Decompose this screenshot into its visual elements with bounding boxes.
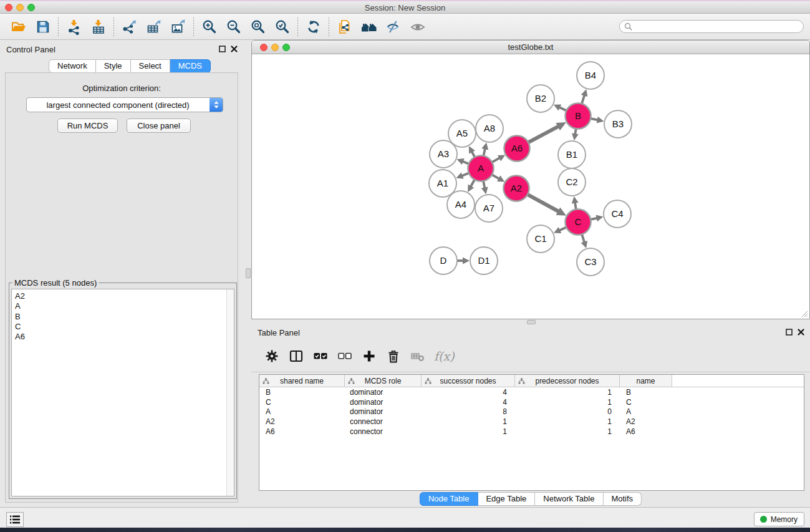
column-header-mcds-role[interactable]: MCDS role [345, 375, 422, 387]
criterion-dropdown[interactable]: largest connected component (directed) [26, 97, 223, 112]
tab-style[interactable]: Style [96, 59, 131, 73]
cell-name: A2 [620, 417, 672, 426]
column-header-name[interactable]: name [620, 375, 672, 387]
import-network-icon [66, 19, 82, 35]
cell-predecessor-nodes: 1 [515, 398, 620, 407]
cell-MCDS-role: dominator [345, 407, 422, 416]
graph-edge-A6-B[interactable] [527, 127, 558, 143]
float-panel-icon[interactable] [219, 46, 226, 52]
open-session-button[interactable] [6, 16, 31, 38]
import-table-button[interactable] [86, 16, 110, 38]
network-close-button[interactable] [260, 44, 268, 51]
attribute-tree-icon [518, 378, 525, 384]
resize-grip-icon[interactable] [800, 309, 808, 317]
mcds-result-list[interactable]: A2ABCA6 [11, 289, 234, 496]
network-minimize-button[interactable] [271, 44, 279, 51]
copy-network-icon [337, 19, 353, 35]
graph-edge-A2-C[interactable] [526, 194, 559, 211]
graph-node-label: D1 [478, 255, 489, 266]
import-network-button[interactable] [62, 16, 86, 38]
cell-predecessor-nodes: 1 [515, 388, 620, 397]
search-field[interactable] [619, 20, 804, 33]
control-panel: Control Panel NetworkStyleSelectMCDS Opt… [0, 40, 243, 507]
graph-node-label: A2 [511, 183, 522, 193]
network-zoom-button[interactable] [282, 44, 290, 51]
fx-icon: f(x) [434, 349, 455, 363]
mcds-result-item[interactable]: B [15, 312, 234, 322]
graph-edge-arrowhead [572, 133, 579, 141]
zoom-in-icon [201, 19, 218, 35]
export-image-button[interactable] [166, 16, 190, 38]
table-settings-button[interactable] [264, 348, 280, 364]
table-row[interactable]: Cdominator41C [259, 397, 804, 407]
toolbar-separator [113, 17, 114, 36]
save-session-button[interactable] [31, 16, 55, 38]
mcds-result-item[interactable]: A [15, 301, 234, 311]
tab-edge-table[interactable]: Edge Table [478, 492, 535, 506]
zoom-fit-button[interactable] [246, 16, 270, 38]
columns-icon [289, 349, 304, 364]
network-window-titlebar[interactable]: testGlobe.txt [252, 41, 809, 54]
cell-MCDS-role: dominator [345, 398, 422, 407]
tab-motifs[interactable]: Motifs [603, 492, 642, 506]
application-window: Session: New Session [0, 0, 810, 532]
memory-label: Memory [771, 515, 798, 524]
apply-function-button[interactable]: f(x) [434, 348, 455, 364]
close-panel-icon[interactable] [231, 46, 238, 52]
column-header-successor-nodes[interactable]: successor nodes [422, 375, 515, 387]
column-header-shared-name[interactable]: shared name [259, 375, 345, 387]
table-row[interactable]: Bdominator41B [259, 387, 804, 397]
table-row[interactable]: A2connector11A2 [259, 417, 804, 427]
close-panel-icon[interactable] [798, 329, 804, 336]
vertical-splitter-handle[interactable] [246, 268, 251, 278]
node-table[interactable]: shared name MCDS role [259, 374, 804, 491]
network-canvas[interactable]: AA1A2A3A4A5A6A7A8BB1B2B3B4CC1C2C3C4DD1 [252, 55, 809, 319]
zoom-out-button[interactable] [221, 16, 246, 38]
mcds-panel: Optimization criterion: largest connecte… [5, 72, 238, 503]
zoom-selected-button[interactable] [270, 16, 294, 38]
graph-edge-arrowhead [481, 143, 488, 150]
float-panel-icon[interactable] [786, 329, 793, 336]
hide-details-button[interactable] [381, 16, 405, 38]
delete-table-button[interactable] [410, 348, 426, 364]
run-mcds-button[interactable]: Run MCDS [57, 118, 118, 133]
mcds-result-item[interactable]: A6 [15, 332, 234, 342]
tab-select[interactable]: Select [131, 59, 170, 73]
refresh-view-button[interactable] [301, 16, 325, 38]
tab-network[interactable]: Network [49, 59, 96, 73]
graph-node-label: D [440, 255, 447, 266]
graph-node-label: A4 [455, 199, 466, 210]
zoom-in-button[interactable] [197, 16, 221, 38]
copy-network-button[interactable] [332, 16, 357, 38]
unchecked-boxes-icon [337, 349, 352, 364]
mcds-result-item[interactable]: C [15, 322, 234, 332]
table-row[interactable]: A6connector11A6 [259, 427, 804, 437]
table-panel-title: Table Panel [258, 328, 300, 337]
export-table-icon [146, 19, 162, 35]
result-scrollbar[interactable] [226, 289, 234, 496]
select-all-button[interactable] [312, 348, 329, 364]
close-panel-button[interactable]: Close panel [127, 118, 191, 133]
tab-network-table[interactable]: Network Table [535, 492, 603, 506]
task-history-button[interactable] [6, 512, 24, 527]
show-columns-button[interactable] [288, 348, 304, 364]
houses-icon [360, 19, 378, 35]
home-button[interactable] [357, 16, 381, 38]
memory-button[interactable]: Memory [754, 512, 804, 526]
cell-name: A6 [620, 427, 672, 436]
tab-mcds[interactable]: MCDS [170, 59, 211, 73]
show-details-button[interactable] [405, 16, 430, 38]
open-folder-icon [11, 19, 27, 35]
search-input[interactable] [635, 22, 799, 31]
deselect-all-button[interactable] [337, 348, 353, 364]
delete-column-button[interactable] [385, 348, 402, 364]
mcds-result-item[interactable]: A2 [15, 291, 234, 301]
graph-node-label: B [575, 110, 581, 121]
graph-node-label: A1 [437, 178, 448, 188]
tab-node-table[interactable]: Node Table [420, 492, 478, 506]
export-table-button[interactable] [142, 16, 166, 38]
add-column-button[interactable] [361, 348, 377, 364]
export-network-button[interactable] [117, 16, 142, 38]
table-row[interactable]: Adominator80A [259, 407, 804, 417]
column-header-predecessor-nodes[interactable]: predecessor nodes [515, 375, 620, 387]
